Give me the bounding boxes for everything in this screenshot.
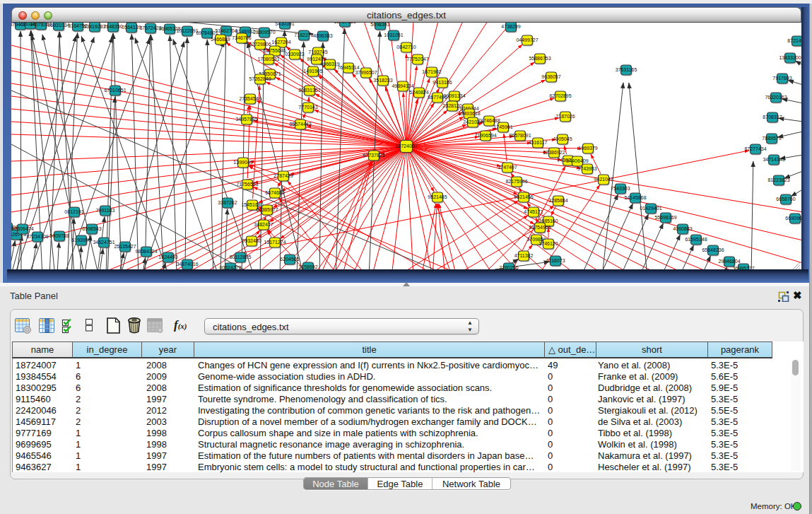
svg-text:1491905: 1491905 <box>303 69 322 74</box>
svg-text:3387262: 3387262 <box>218 200 237 205</box>
svg-text:04499727: 04499727 <box>516 37 538 42</box>
svg-text:62702895: 62702895 <box>549 93 571 98</box>
svg-text:67010651: 67010651 <box>104 88 126 93</box>
svg-text:94406409: 94406409 <box>566 158 588 163</box>
svg-text:7917693: 7917693 <box>772 76 792 81</box>
svg-text:86578091: 86578091 <box>509 133 531 138</box>
svg-text:13171274: 13171274 <box>264 240 286 245</box>
svg-text:1671902: 1671902 <box>422 69 441 74</box>
svg-text:17080531: 17080531 <box>257 57 279 62</box>
svg-text:8721489: 8721489 <box>787 38 801 43</box>
svg-text:18724007: 18724007 <box>395 144 417 148</box>
svg-text:1824493: 1824493 <box>158 255 177 259</box>
svg-text:9421047: 9421047 <box>594 177 613 182</box>
svg-text:0812191: 0812191 <box>64 209 83 214</box>
svg-text:00524278: 00524278 <box>219 265 241 269</box>
svg-text:7187026: 7187026 <box>555 114 575 119</box>
svg-text:65787133: 65787133 <box>334 23 355 24</box>
svg-text:7991183: 7991183 <box>96 208 115 213</box>
svg-text:34957885: 34957885 <box>235 117 257 122</box>
svg-text:65648236: 65648236 <box>702 247 724 252</box>
svg-text:6998543: 6998543 <box>82 226 101 231</box>
svg-text:81754965: 81754965 <box>529 225 551 230</box>
svg-text:5674680: 5674680 <box>265 190 284 195</box>
svg-text:6204505: 6204505 <box>280 257 299 262</box>
svg-text:95931034: 95931034 <box>47 23 69 28</box>
svg-text:77752047: 77752047 <box>406 57 428 62</box>
svg-text:54145868: 54145868 <box>624 195 646 200</box>
svg-text:7346706: 7346706 <box>232 35 251 40</box>
svg-text:2260256: 2260256 <box>499 265 518 269</box>
svg-text:34624751: 34624751 <box>93 240 114 245</box>
svg-text:8708317: 8708317 <box>763 115 782 119</box>
svg-text:62386922: 62386922 <box>543 150 565 155</box>
svg-text:34714345: 34714345 <box>763 157 784 162</box>
svg-text:62729806: 62729806 <box>249 42 271 47</box>
svg-text:85574443: 85574443 <box>289 122 311 127</box>
svg-text:81223623: 81223623 <box>767 177 789 182</box>
svg-text:9636057: 9636057 <box>541 74 560 79</box>
svg-text:1031051: 1031051 <box>384 33 403 37</box>
svg-text:01429401: 01429401 <box>640 206 661 211</box>
svg-text:3747407: 3747407 <box>498 165 517 170</box>
svg-text:2787429: 2787429 <box>273 173 293 178</box>
svg-text:9912419: 9912419 <box>307 57 326 62</box>
svg-text:4005045: 4005045 <box>553 136 572 141</box>
svg-text:25135427: 25135427 <box>114 244 136 249</box>
svg-text:0842710: 0842710 <box>396 45 416 49</box>
svg-text:4711382: 4711382 <box>514 253 534 258</box>
svg-text:7193745: 7193745 <box>308 49 327 54</box>
svg-text:27354549: 27354549 <box>239 96 261 101</box>
svg-text:4896383: 4896383 <box>313 33 332 38</box>
svg-text:5430391: 5430391 <box>275 23 294 26</box>
svg-text:80112805: 80112805 <box>230 255 252 259</box>
svg-text:1627204: 1627204 <box>271 40 290 45</box>
svg-text:37996507: 37996507 <box>355 70 377 75</box>
svg-text:37631165: 37631165 <box>616 67 637 72</box>
svg-text:1969379: 1969379 <box>578 146 597 151</box>
svg-text:28809570: 28809570 <box>253 30 275 35</box>
svg-text:51462704: 51462704 <box>215 28 237 33</box>
svg-text:13493618: 13493618 <box>458 111 480 116</box>
svg-text:29946804: 29946804 <box>718 259 740 264</box>
svg-text:53419283: 53419283 <box>83 24 105 29</box>
svg-text:9821465: 9821465 <box>428 194 447 199</box>
svg-text:67737826: 67737826 <box>363 153 384 158</box>
svg-text:71906594: 71906594 <box>474 133 496 138</box>
svg-text:5098393: 5098393 <box>370 23 389 27</box>
svg-text:7543303: 7543303 <box>611 186 630 191</box>
svg-text:36995777: 36995777 <box>732 266 754 269</box>
svg-text:49894134: 49894134 <box>392 83 413 88</box>
svg-text:10122691: 10122691 <box>176 28 198 33</box>
svg-text:9413186: 9413186 <box>433 80 452 85</box>
svg-text:76320163: 76320163 <box>765 95 787 100</box>
svg-text:4216073: 4216073 <box>546 258 565 263</box>
svg-text:4745171: 4745171 <box>524 209 543 214</box>
svg-text:15451680: 15451680 <box>241 202 263 207</box>
svg-text:60385977: 60385977 <box>256 207 278 212</box>
svg-text:82175946: 82175946 <box>505 179 527 184</box>
svg-text:98084124: 98084124 <box>135 249 157 254</box>
svg-text:3518233: 3518233 <box>373 78 392 83</box>
svg-text:9743953: 9743953 <box>577 166 596 171</box>
svg-text:71746488: 71746488 <box>478 118 500 123</box>
svg-text:5240824: 5240824 <box>409 90 428 95</box>
svg-text:9521456: 9521456 <box>514 194 533 199</box>
svg-text:13433200: 13433200 <box>779 55 801 60</box>
svg-text:4316117: 4316117 <box>529 140 548 145</box>
svg-text:7648350: 7648350 <box>103 24 122 29</box>
svg-text:53755646: 53755646 <box>264 48 286 53</box>
svg-text:76945314: 76945314 <box>337 65 359 70</box>
svg-text:1399049: 1399049 <box>233 160 252 165</box>
svg-text:7182278: 7182278 <box>294 33 313 37</box>
svg-text:6658760: 6658760 <box>776 197 795 201</box>
svg-text:3285884: 3285884 <box>548 198 567 203</box>
svg-text:6690967: 6690967 <box>785 216 801 221</box>
svg-text:0330923: 0330923 <box>285 52 304 57</box>
svg-text:0564139: 0564139 <box>122 25 141 30</box>
svg-text:4060883: 4060883 <box>673 226 692 231</box>
svg-text:5466889: 5466889 <box>211 37 230 42</box>
svg-text:1746120: 1746120 <box>539 241 558 246</box>
svg-text:57262849: 57262849 <box>249 76 271 81</box>
svg-text:4738299: 4738299 <box>501 24 520 29</box>
